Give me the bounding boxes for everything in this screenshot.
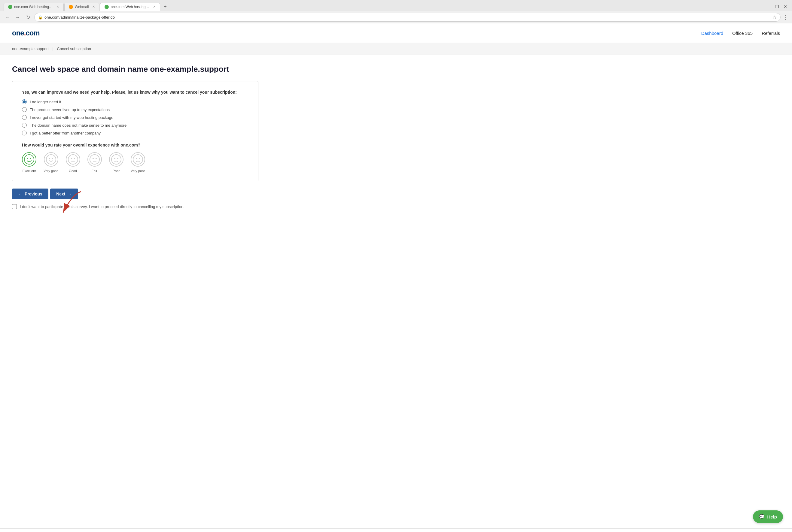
reason-radio-1[interactable] [22,99,27,104]
breadcrumb-separator: | [52,46,53,51]
reason-label-2: The product never lived up to my expecta… [30,108,110,112]
tab-close-1[interactable]: ✕ [56,5,59,9]
svg-point-19 [139,158,140,159]
reason-label-4: The domain name does not make sense to m… [30,123,127,128]
reason-label-1: I no longer need it [30,100,61,104]
svg-point-16 [117,158,118,159]
page-title: Cancel web space and domain name one-exa… [12,64,258,74]
help-button-label: Help [767,514,777,519]
survey-question-1: Yes, we can improve and we need your hel… [22,90,248,95]
browser-tab-3[interactable]: one.com Web hosting - Domain... ✕ [100,3,160,11]
tab-favicon-3 [105,5,109,9]
browser-tab-1[interactable]: one.com Web hosting - Domain... ✕ [4,3,64,11]
rating-very-poor-label: Very poor [131,169,145,173]
svg-point-17 [133,155,143,164]
ssl-lock-icon: 🔒 [38,15,43,20]
survey-box: Yes, we can improve and we need your hel… [12,81,258,181]
reason-radio-2[interactable] [22,107,27,112]
breadcrumb: one-example.support | Cancel subscriptio… [0,43,792,55]
svg-point-18 [136,158,137,159]
svg-point-11 [93,158,94,159]
rating-very-good[interactable]: Very good [43,152,59,173]
svg-point-8 [74,158,75,159]
main-content: Cancel web space and domain name one-exa… [0,55,271,226]
rating-fair-label: Fair [92,169,97,173]
rating-poor[interactable]: Poor [109,152,124,173]
tab-close-3[interactable]: ✕ [153,5,155,9]
rating-excellent[interactable]: Excellent [22,152,36,173]
new-tab-button[interactable]: + [161,2,169,11]
reason-option-1[interactable]: I no longer need it [22,99,248,104]
previous-label: Previous [25,192,42,196]
help-chat-icon: 💬 [759,514,765,519]
bookmark-icon[interactable]: ☆ [772,14,777,20]
svg-point-15 [114,158,115,159]
tab-label-1: one.com Web hosting - Domain... [14,5,53,9]
reason-label-5: I got a better offer from another compan… [30,131,100,135]
reason-label-3: I never got started with my web hosting … [30,115,113,120]
nav-referrals[interactable]: Referrals [762,31,780,36]
browser-tab-2[interactable]: Webmail ✕ [64,3,99,11]
action-buttons: ← Previous Next → [12,189,258,200]
close-button[interactable]: ✕ [782,4,788,10]
reason-radio-3[interactable] [22,115,27,120]
svg-point-4 [49,158,50,159]
rating-poor-label: Poor [113,169,119,173]
rating-good[interactable]: Good [66,152,80,173]
emoji-poor [109,152,124,167]
reason-radio-5[interactable] [22,131,27,135]
site-nav: Dashboard Office 365 Referrals [701,31,780,36]
help-button[interactable]: 💬 Help [753,510,783,523]
page-wrapper: one.com Dashboard Office 365 Referrals o… [0,23,792,528]
emoji-very-poor [131,152,145,167]
svg-point-1 [27,158,28,159]
svg-point-6 [68,155,78,164]
svg-point-12 [95,158,97,159]
url-input[interactable] [44,15,771,20]
emoji-very-good [44,152,58,167]
svg-point-7 [71,158,72,159]
reason-option-2[interactable]: The product never lived up to my expecta… [22,107,248,112]
svg-point-14 [111,155,121,164]
browser-menu-icon[interactable]: ⋮ [783,14,788,21]
site-header: one.com Dashboard Office 365 Referrals [0,23,792,43]
svg-point-2 [30,158,31,159]
rating-options: Excellent Very good [22,152,248,173]
site-footer: Business Terms Product & Privacy Policie… [0,528,792,532]
minimize-button[interactable]: — [766,4,772,10]
rating-fair[interactable]: Fair [88,152,102,173]
reason-option-5[interactable]: I got a better offer from another compan… [22,131,248,135]
svg-point-0 [24,155,34,164]
address-bar[interactable]: 🔒 ☆ [34,13,780,22]
skip-survey-text: I don't want to participate in this surv… [20,205,184,209]
previous-icon: ← [18,192,22,196]
rating-good-label: Good [69,169,77,173]
reason-option-3[interactable]: I never got started with my web hosting … [22,115,248,120]
reload-button[interactable]: ↻ [24,14,32,21]
forward-button[interactable]: → [14,14,22,21]
rating-very-poor[interactable]: Very poor [131,152,145,173]
skip-survey-label[interactable]: I don't want to participate in this surv… [12,204,258,209]
browser-chrome: one.com Web hosting - Domain... ✕ Webmai… [0,0,792,23]
previous-button[interactable]: ← Previous [12,189,48,200]
svg-point-10 [90,155,99,164]
tab-label-3: one.com Web hosting - Domain... [111,5,149,9]
next-label: Next [56,192,65,196]
next-button[interactable]: Next → [50,189,78,200]
tab-close-2[interactable]: ✕ [92,5,95,9]
breadcrumb-domain: one-example.support [12,46,49,51]
buttons-area: ← Previous Next → [12,189,258,200]
svg-point-5 [52,158,53,159]
reason-option-4[interactable]: The domain name does not make sense to m… [22,123,248,128]
nav-office365[interactable]: Office 365 [732,31,753,36]
back-button[interactable]: ← [4,14,12,21]
reason-radio-4[interactable] [22,123,27,128]
rating-very-good-label: Very good [43,169,59,173]
tab-favicon-1 [8,5,12,9]
emoji-fair [88,152,102,167]
maximize-button[interactable]: ❐ [774,4,780,10]
reason-radio-group: I no longer need it The product never li… [22,99,248,135]
nav-dashboard[interactable]: Dashboard [701,31,723,36]
skip-survey-checkbox[interactable] [12,204,17,209]
breadcrumb-action: Cancel subscription [57,46,91,51]
